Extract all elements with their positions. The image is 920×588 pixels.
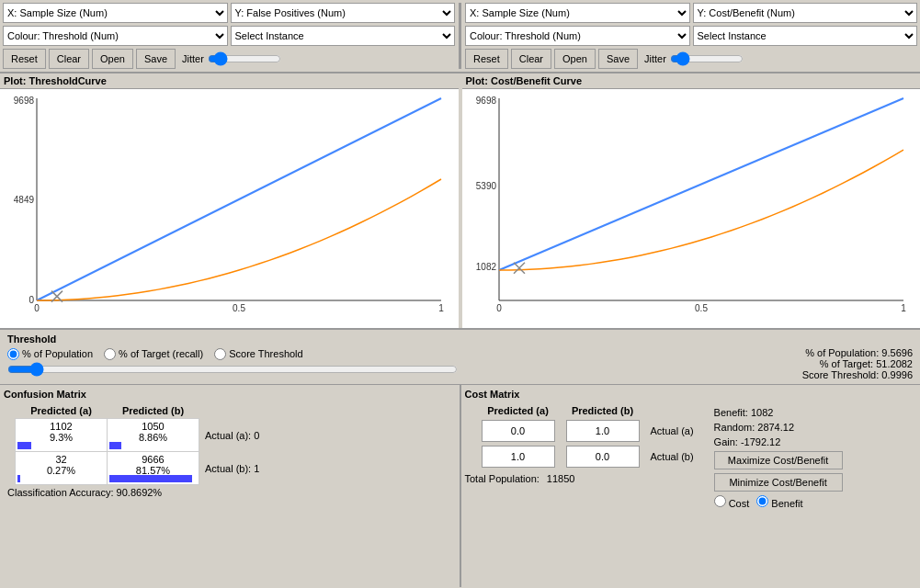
right-jitter-label: Jitter [644,53,666,64]
gain-stat: Gain: -1792.12 [714,436,843,447]
threshold-radio1[interactable]: % of Population [7,348,93,360]
right-y-axis-select[interactable]: Y: Cost/Benefit (Num) [693,3,918,23]
left-save-button[interactable]: Save [136,49,176,69]
left-chart-panel: Plot: ThresholdCurve [0,74,459,328]
threshold-population-stat: % of Population: 9.5696 [802,347,913,358]
cost-aa-input[interactable] [482,420,555,442]
threshold-slider-row [7,360,458,380]
cost-ab-input[interactable] [566,420,640,442]
right-save-button[interactable]: Save [598,49,638,69]
cost-row1: Actual (a) [465,418,699,444]
cost-empty-header [465,403,476,418]
cost-radio-label: Cost [729,498,750,509]
left-control-panel: X: Sample Size (Num) Y: False Positives … [3,3,455,69]
cost-cell-ab [561,418,645,444]
left-jitter-label: Jitter [182,53,204,64]
maximize-cost-benefit-button[interactable]: Maximize Cost/Benefit [714,451,843,469]
cost-radio-input[interactable] [714,495,726,507]
cost-matrix-title: Cost Matrix [465,389,917,400]
left-clear-button[interactable]: Clear [49,49,89,69]
right-instance-select[interactable]: Select Instance [693,26,918,46]
cost-bb-input[interactable] [566,446,640,468]
confusion-matrix-panel: Confusion Matrix Predicted (a) Predicted… [0,385,461,587]
cost-row-label-header [645,403,699,418]
cm-aa-value: 1102 [21,421,101,432]
left-x-axis-select[interactable]: X: Sample Size (Num) [3,3,228,23]
left-open-button[interactable]: Open [92,49,133,69]
cost-radio[interactable]: Cost [714,495,750,509]
minimize-cost-benefit-button[interactable]: Minimize Cost/Benefit [714,473,843,492]
right-jitter-row: Jitter [641,50,747,68]
right-clear-button[interactable]: Clear [511,49,551,69]
right-btn-row: Reset Clear Open Save Jitter [465,49,917,69]
right-bottom-row: Colour: Threshold (Num) Select Instance [465,26,917,46]
cm-row1-label: Actual (a): 0 [199,419,266,452]
cm-aa-pct: 9.3% [21,432,101,443]
threshold-radio2-label: % of Target (recall) [119,348,203,359]
cost-matrix-left: Predicted (a) Predicted (b) [465,403,699,513]
benefit-radio[interactable]: Benefit [756,495,802,509]
charts-row: Plot: ThresholdCurve Plot: Cost/Benefit … [0,72,920,330]
threshold-slider[interactable] [7,362,458,377]
cost-row1-label: Actual (a) [645,418,699,444]
cm-ab-pct: 8.86% [113,432,193,443]
right-chart-area [462,89,921,328]
total-population-label: Total Population: [465,473,540,484]
cost-cell-ba [476,444,561,469]
right-colour-select[interactable]: Colour: Threshold (Num) [465,26,690,46]
cost-row2: Actual (b) [465,444,699,469]
cm-ba-pct: 0.27% [21,465,101,476]
total-population-row: Total Population: 11850 [465,473,699,484]
right-chart-panel: Plot: Cost/Benefit Curve [462,74,921,328]
right-chart-title: Plot: Cost/Benefit Curve [462,74,921,89]
threshold-title: Threshold [7,334,913,345]
left-chart-canvas [0,89,450,323]
cm-aa-bar [17,442,31,449]
cost-col1-header: Predicted (a) [476,403,561,418]
cost-col2-header: Predicted (b) [561,403,645,418]
threshold-score-stat: Score Threshold: 0.9996 [802,369,913,380]
left-reset-button[interactable]: Reset [3,49,46,69]
cm-ba-bar [17,475,20,482]
cm-empty-header [4,403,16,419]
cost-matrix-table: Predicted (a) Predicted (b) [465,403,699,469]
right-x-axis-select[interactable]: X: Sample Size (Num) [465,3,690,23]
benefit-radio-input[interactable] [756,495,768,507]
right-reset-button[interactable]: Reset [465,49,508,69]
right-jitter-slider[interactable] [670,51,744,66]
threshold-radio1-label: % of Population [22,348,93,359]
cost-row2-label: Actual (b) [645,444,699,469]
left-instance-select[interactable]: Select Instance [231,26,456,46]
cost-ba-input[interactable] [482,446,555,468]
right-open-button[interactable]: Open [554,49,596,69]
threshold-radio2-input[interactable] [104,348,116,360]
left-jitter-slider[interactable] [208,51,281,66]
benefit-stat: Benefit: 1082 [714,407,843,418]
cm-ab-value: 1050 [113,421,193,432]
confusion-matrix-table: Predicted (a) Predicted (b) 1102 9.3% [4,403,265,485]
threshold-radio1-input[interactable] [7,348,19,360]
threshold-radio-group: % of Population % of Target (recall) Sco… [7,348,458,360]
threshold-target-stat: % of Target: 51.2082 [802,358,913,369]
left-y-axis-select[interactable]: Y: False Positives (Num) [231,3,456,23]
cm-cell-bb: 9666 81.57% [108,452,199,485]
threshold-radio2[interactable]: % of Target (recall) [104,348,203,360]
cost-matrix-inner: Predicted (a) Predicted (b) [465,403,917,513]
threshold-radio3[interactable]: Score Threshold [214,348,303,360]
cm-row2: 32 0.27% 9666 81.57% Actual (b): 1 [4,452,265,485]
cm-col2-header: Predicted (b) [108,403,199,419]
threshold-inner: % of Population % of Target (recall) Sco… [7,347,913,380]
threshold-radio3-input[interactable] [214,348,226,360]
cm-row2-spacer [4,452,16,485]
cost-benefit-radio-row: Cost Benefit [714,495,843,509]
bottom-section: Confusion Matrix Predicted (a) Predicted… [0,385,920,587]
cm-col1-header: Predicted (a) [16,403,108,419]
right-top-row: X: Sample Size (Num) Y: Cost/Benefit (Nu… [465,3,917,23]
right-chart-canvas [462,89,913,323]
cm-cell-ba: 32 0.27% [16,452,108,485]
threshold-radio3-label: Score Threshold [229,348,303,359]
threshold-stats: % of Population: 9.5696 % of Target: 51.… [802,347,913,380]
cm-cell-aa: 1102 9.3% [16,419,108,452]
top-controls: X: Sample Size (Num) Y: False Positives … [0,0,920,72]
left-colour-select[interactable]: Colour: Threshold (Num) [3,26,228,46]
